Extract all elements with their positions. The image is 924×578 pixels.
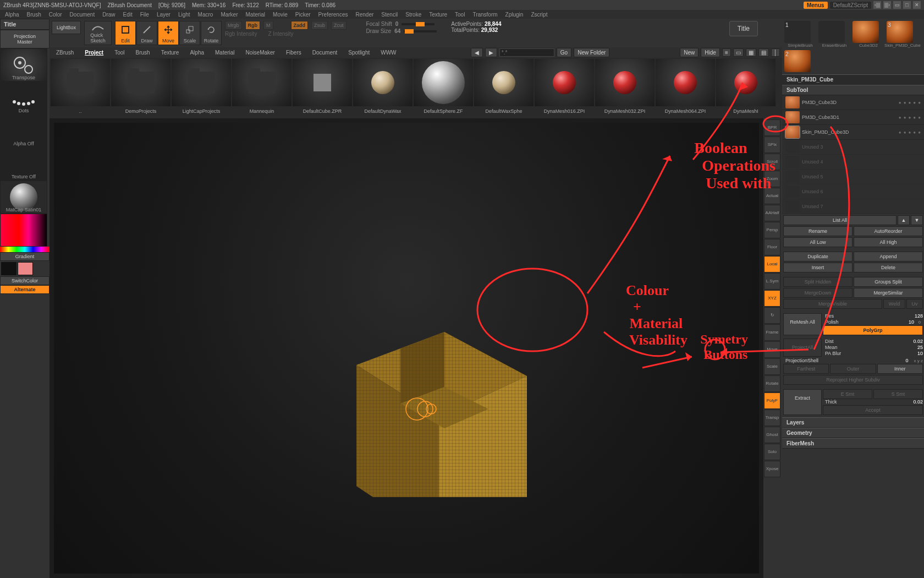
thumb-2[interactable]: LightCapProjects: [172, 59, 231, 117]
layout-icon-4[interactable]: │: [771, 48, 780, 57]
menu-light[interactable]: Light: [175, 12, 193, 18]
subtool-row-2[interactable]: Skin_PM3D_Cube3D●●●●●: [782, 125, 924, 140]
draw-button[interactable]: Draw: [136, 21, 157, 45]
go-button[interactable]: Go: [557, 48, 571, 57]
thumb-5[interactable]: DefaultDynaWax: [353, 59, 413, 117]
lightbox-tab-project[interactable]: Project: [80, 48, 108, 57]
sidetool-polyf[interactable]: PolyF: [764, 392, 780, 409]
sub-icon[interactable]: ●: [913, 130, 916, 135]
uv-button[interactable]: Uv: [906, 299, 923, 309]
layout-icon-0[interactable]: ≡: [722, 48, 731, 57]
menu-file[interactable]: File: [138, 12, 152, 18]
extract-button[interactable]: Extract: [783, 389, 822, 415]
delete-button[interactable]: Delete: [854, 263, 923, 272]
sidetool-xpose[interactable]: Xpose: [764, 461, 780, 477]
script-toggle[interactable]: DefaultZScript: [830, 2, 871, 9]
thumb-0[interactable]: ..: [51, 59, 110, 117]
texture-slot[interactable]: Texture Off: [0, 148, 47, 181]
arrow-up-icon[interactable]: ▲: [898, 215, 910, 225]
tool-thumb-3[interactable]: 3Skin_PM3D_Cube: [887, 21, 919, 48]
sidetool-ghost[interactable]: Ghost: [764, 427, 780, 443]
lightbox-tab-www[interactable]: WWW: [376, 48, 400, 57]
menu-color[interactable]: Color: [46, 12, 65, 18]
alternate-button[interactable]: Alternate: [0, 285, 50, 294]
menu-transform[interactable]: Transform: [470, 12, 500, 18]
nav-next-icon[interactable]: ▶: [485, 48, 497, 57]
viewport-canvas[interactable]: Boolean Operations Used with Colour + Ma…: [54, 123, 759, 574]
subtool-row-1[interactable]: PM3D_Cube3D1●●●●●: [782, 110, 924, 125]
projectall-button[interactable]: ProjectAll: [783, 339, 822, 357]
subtool-row-6[interactable]: Unused 6: [782, 184, 924, 199]
subtool-header[interactable]: SubTool: [782, 85, 924, 95]
add-icon[interactable]: ●: [908, 130, 911, 135]
rotate-button[interactable]: Rotate: [201, 21, 222, 45]
zadd-button[interactable]: Zadd: [291, 21, 309, 30]
sidetool-spix[interactable]: SPix: [764, 137, 780, 153]
eye-icon[interactable]: ●: [899, 100, 901, 105]
eye-icon[interactable]: ●: [899, 115, 901, 120]
subtool-row-7[interactable]: Unused 7: [782, 199, 924, 214]
listall-button[interactable]: List All: [783, 215, 897, 225]
tool-thumb-0[interactable]: 1SimpleBrush: [784, 21, 816, 48]
newfolder-button[interactable]: New Folder: [574, 48, 609, 57]
sidetool-persp[interactable]: Persp: [764, 222, 780, 238]
add-icon[interactable]: ●: [908, 115, 911, 120]
esmt-button[interactable]: E Smt: [823, 389, 872, 399]
accept-button[interactable]: Accept: [823, 405, 923, 415]
thumb-7[interactable]: DefaultWaxSphe: [474, 59, 534, 117]
hide-button[interactable]: Hide: [701, 48, 720, 57]
lightbox-tab-zbrush[interactable]: ZBrush: [52, 48, 78, 57]
append-button[interactable]: Append: [854, 252, 923, 261]
material-slot[interactable]: MatCap Satin01: [0, 181, 47, 214]
sidetool-scroll[interactable]: Scroll: [764, 154, 780, 170]
menu-marker[interactable]: Marker: [218, 12, 240, 18]
alllow-button[interactable]: All Low: [783, 237, 853, 247]
thumb-9[interactable]: DynaMesh032.ZPI: [595, 59, 654, 117]
menu-layer[interactable]: Layer: [154, 12, 173, 18]
splithidden-button[interactable]: Split Hidden: [783, 277, 853, 287]
m-button[interactable]: M: [263, 21, 273, 30]
menu-material[interactable]: Material: [243, 12, 268, 18]
sidetool-move[interactable]: Move: [764, 341, 780, 358]
thumb-4[interactable]: DefaultCube.ZPR: [293, 59, 352, 117]
thumb-8[interactable]: DynaMesh016.ZPI: [535, 59, 594, 117]
layout-icon-2[interactable]: ▦: [746, 48, 756, 57]
collapse-button[interactable]: ‹|||: [873, 1, 881, 9]
lightbox-tab-spotlight[interactable]: Spotlight: [344, 48, 374, 57]
menus-toggle[interactable]: Menus: [804, 2, 828, 9]
thumb-10[interactable]: DynaMesh064.ZPI: [656, 59, 715, 117]
nav-prev-icon[interactable]: ◀: [471, 48, 483, 57]
subtool-row-0[interactable]: PM3D_Cube3D●●●●●: [782, 95, 924, 110]
thumb-3[interactable]: Mannequin: [232, 59, 292, 117]
ssmt-button[interactable]: S Smt: [873, 389, 923, 399]
zcut-button[interactable]: Zcut: [331, 21, 346, 30]
subtool-row-4[interactable]: Unused 4: [782, 155, 924, 170]
remesh-button[interactable]: ReMesh All: [783, 313, 822, 335]
menu-alpha[interactable]: Alpha: [2, 12, 22, 18]
maximize-button[interactable]: □: [903, 1, 911, 9]
polygrp-button[interactable]: PolyGrp: [823, 325, 923, 335]
menu-draw[interactable]: Draw: [100, 12, 118, 18]
lightbox-tab-tool[interactable]: Tool: [110, 48, 129, 57]
mergesimilar-button[interactable]: MergeSimilar: [854, 288, 923, 298]
projection-master-button[interactable]: Projection Master: [0, 30, 50, 48]
layout-icon-3[interactable]: ▤: [758, 48, 769, 57]
sidetool-lsym[interactable]: L.Sym: [764, 273, 780, 290]
sidetool-rotate[interactable]: Rotate: [764, 375, 780, 392]
layout-icon-1[interactable]: ▭: [733, 48, 744, 57]
inner-button[interactable]: Inner: [877, 364, 923, 374]
sidetool-transp[interactable]: Transp: [764, 410, 780, 426]
lightbox-tab-alpha[interactable]: Alpha: [185, 48, 208, 57]
sidetool-zoom[interactable]: Zoom: [764, 171, 780, 187]
swatch-primary[interactable]: [18, 262, 33, 275]
close-button[interactable]: ✕: [913, 1, 921, 9]
poly-icon[interactable]: ●: [904, 130, 906, 135]
mergevisible-button[interactable]: MergeVisible: [783, 299, 882, 309]
color-picker[interactable]: [0, 214, 50, 252]
sidetool-[interactable]: ↻: [764, 307, 780, 324]
sidetool-scale[interactable]: Scale: [764, 358, 780, 375]
current-tool-name[interactable]: Skin_PM3D_Cube: [782, 74, 924, 85]
focal-shift-slider[interactable]: [402, 23, 435, 25]
insert-button[interactable]: Insert: [783, 263, 853, 272]
subtool-row-3[interactable]: Unused 3: [782, 140, 924, 155]
